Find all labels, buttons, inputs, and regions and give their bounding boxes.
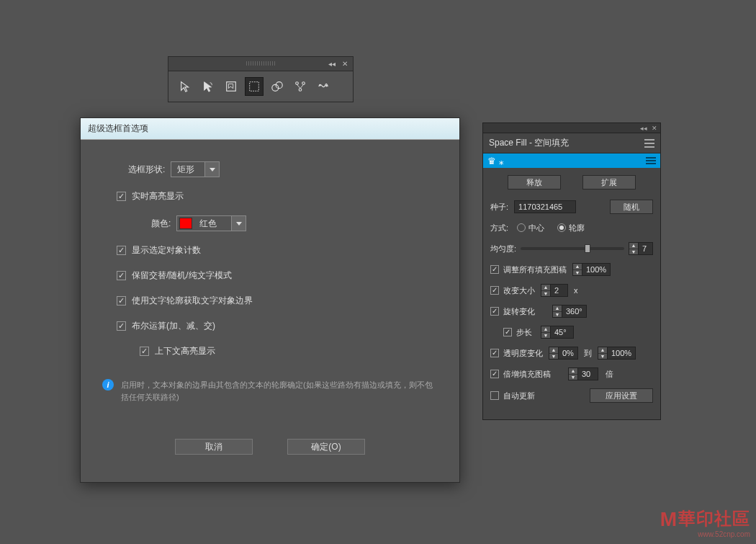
color-select[interactable]: 红色 [176,215,246,231]
shape-label: 选框形状: [128,164,165,176]
resize-all-checkbox[interactable] [490,265,499,274]
opacity-from-stepper[interactable]: ▲▼ 0% [549,347,578,360]
auto-update-checkbox[interactable] [490,391,499,400]
watermark: M華印社區 www.52cnp.com [660,507,750,538]
svg-point-4 [296,82,299,85]
close-icon[interactable]: ✕ [340,59,350,69]
marquee-tool[interactable] [245,77,264,96]
svg-rect-0 [227,82,236,92]
opacity-checkbox[interactable] [490,349,499,357]
mode-label: 方式: [490,223,508,233]
svg-rect-1 [250,82,259,92]
expand-button[interactable]: 扩展 [582,175,636,189]
step-checkbox[interactable] [503,328,512,336]
tools-row [168,71,353,102]
resize-all-label: 调整所有填充图稿 [503,264,567,275]
resize-all-stepper[interactable]: ▲▼ 100% [572,263,611,276]
uniformity-stepper[interactable]: ▲▼ 7 [629,242,653,255]
color-label: 颜色: [151,218,171,230]
shape-tool[interactable] [268,77,287,96]
panel-titlebar[interactable]: Space Fill - 空间填充 [483,133,660,153]
panel-tabbar[interactable]: ◂◂ ✕ [482,122,661,133]
ok-button[interactable]: 确定(O) [287,439,365,455]
color-swatch [179,218,192,229]
rotate-checkbox[interactable] [490,307,499,316]
auto-update-label: 自动更新 [503,391,535,401]
realtime-highlight-label: 实时高亮显示 [132,190,184,202]
text-outline-checkbox[interactable] [117,296,126,306]
close-icon[interactable]: ✕ [652,125,657,132]
uniformity-slider[interactable] [521,247,624,250]
realtime-highlight-checkbox[interactable] [117,192,126,201]
show-count-label: 显示选定对象计数 [132,244,201,257]
mode-outline-label: 轮廓 [569,223,585,233]
chevron-down-icon [231,216,246,231]
space-fill-panel: ◂◂ ✕ Space Fill - 空间填充 ♛ ⁎ 释放 扩展 种子: 117… [482,122,661,420]
dialog-title[interactable]: 超级选框首选项 [81,118,459,140]
chevron-down-icon [204,162,219,177]
opacity-to-label: 到 [584,348,592,359]
uniformity-label: 均匀度: [490,244,516,254]
preferences-dialog: 超级选框首选项 选框形状: 矩形 实时高亮显示 颜色: 红色 显示选定对象计数 [80,117,460,483]
step-stepper[interactable]: ▲▼ 45° [541,326,574,339]
boolean-checkbox[interactable] [117,321,126,331]
change-size-label: 改变大小 [503,285,535,296]
opacity-to-stepper[interactable]: ▲▼ 100% [598,347,636,360]
svg-point-7 [319,84,321,86]
info-icon: i [102,379,114,391]
mode-center-radio[interactable] [517,223,526,232]
svg-point-6 [299,89,302,92]
seed-input[interactable]: 1170321465 [514,200,576,213]
multiply-unit: 倍 [606,369,613,380]
lasso-tool[interactable] [222,77,240,96]
panel-hamburger-icon[interactable] [646,157,656,164]
seed-label: 种子: [490,202,508,213]
text-outline-label: 使用文字轮廓获取文字对象边界 [132,295,253,307]
opacity-label: 透明度变化 [503,348,543,359]
change-size-checkbox[interactable] [490,286,499,295]
tools-panel-header[interactable]: ◂◂ ✕ [168,57,353,71]
crown-icon: ♛ ⁎ [487,156,504,166]
selection-tool[interactable] [176,77,194,96]
panel-title-text: Space Fill - 空间填充 [489,137,569,149]
direct-selection-tool[interactable] [199,77,217,96]
context-highlight-checkbox[interactable] [140,347,149,356]
release-button[interactable]: 释放 [508,175,561,189]
step-label: 步长 [516,327,532,338]
tools-panel: ◂◂ ✕ [168,56,354,102]
svg-point-8 [325,85,328,87]
context-highlight-label: 上下文高亮显示 [155,345,215,357]
collapse-icon[interactable]: ◂◂ [327,59,337,69]
random-button[interactable]: 随机 [610,200,653,214]
show-count-checkbox[interactable] [117,246,126,255]
info-text: 启用时，文本对象的边界由其包含的文本的轮廓确定(如果这些路劲有描边或填充，则不包… [121,379,438,403]
mode-center-label: 中心 [528,223,544,233]
change-size-unit: x [574,286,578,295]
keep-mode-label: 保留交替/随机/纯文字模式 [132,269,232,282]
boolean-label: 布尔运算(加、减、交) [132,320,215,332]
multiply-stepper[interactable]: ▲▼ 30 [568,367,598,380]
rotate-label: 旋转变化 [503,306,535,317]
svg-point-5 [302,82,305,85]
rotate-stepper[interactable]: ▲▼ 360° [552,305,587,318]
keep-mode-checkbox[interactable] [117,271,126,280]
cancel-button[interactable]: 取消 [175,439,253,455]
multiply-checkbox[interactable] [490,370,499,378]
spiral-tool[interactable] [314,77,333,96]
shape-select[interactable]: 矩形 [171,161,220,177]
apply-button[interactable]: 应用设置 [590,388,653,403]
panel-menu-icon[interactable] [644,139,654,148]
panel-accent-bar: ♛ ⁎ [483,153,660,168]
mode-outline-radio[interactable] [557,223,566,232]
path-tool[interactable] [291,77,310,96]
change-size-stepper[interactable]: ▲▼ 2 [541,284,568,297]
collapse-icon[interactable]: ◂◂ [640,125,647,132]
multiply-label: 倍增填充图稿 [503,369,551,380]
